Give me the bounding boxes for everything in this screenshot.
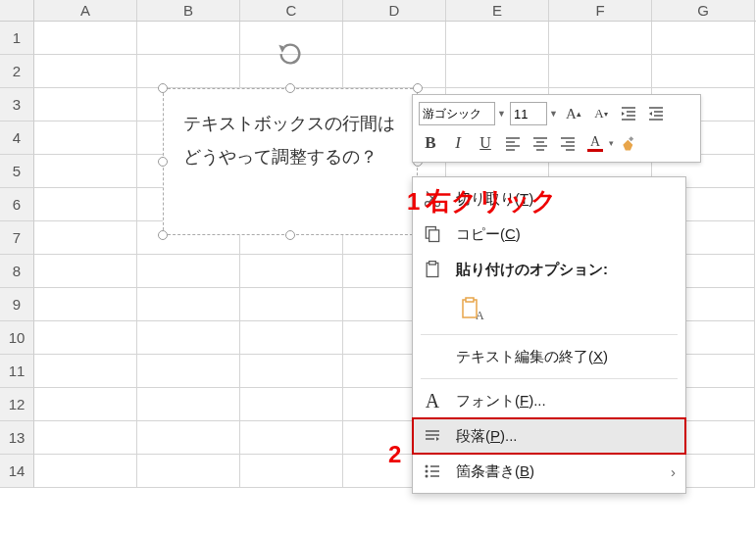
- chevron-down-icon[interactable]: ▼: [549, 109, 558, 119]
- cell[interactable]: [343, 22, 446, 55]
- row-header[interactable]: 5: [0, 155, 34, 188]
- svg-rect-5: [429, 262, 436, 265]
- resize-handle[interactable]: [285, 83, 295, 93]
- mini-toolbar: ▼ ▼ A▴ A▾ B I U A ▾: [412, 94, 701, 163]
- format-painter-icon[interactable]: [618, 131, 641, 155]
- cell[interactable]: [34, 388, 137, 421]
- cell[interactable]: [34, 22, 137, 55]
- cell[interactable]: [34, 55, 137, 88]
- cell[interactable]: [549, 55, 652, 88]
- font-size-input[interactable]: [510, 102, 547, 125]
- cell[interactable]: [34, 155, 137, 188]
- menu-bullets[interactable]: 箇条書き(B) ›: [413, 454, 685, 489]
- bullets-icon: [421, 460, 444, 483]
- col-header[interactable]: C: [240, 0, 343, 21]
- row-header[interactable]: 4: [0, 121, 34, 155]
- cell[interactable]: [34, 255, 137, 288]
- resize-handle[interactable]: [413, 83, 423, 93]
- menu-exit-text-edit[interactable]: テキスト編集の終了(X): [413, 339, 685, 374]
- textbox-content: テキストボックスの行間はどうやって調整するの？: [183, 114, 395, 167]
- decrease-indent-icon[interactable]: [617, 102, 640, 125]
- cell[interactable]: [240, 355, 343, 388]
- cell[interactable]: [240, 421, 343, 455]
- cell[interactable]: [240, 255, 343, 288]
- col-header[interactable]: A: [34, 0, 137, 21]
- cell[interactable]: [34, 288, 137, 321]
- row-header[interactable]: 3: [0, 88, 34, 121]
- cell[interactable]: [240, 321, 343, 355]
- cell[interactable]: [34, 188, 137, 221]
- row-header[interactable]: 1: [0, 22, 34, 55]
- font-color-button[interactable]: A: [583, 131, 607, 155]
- cell[interactable]: [137, 388, 240, 421]
- cell[interactable]: [137, 55, 240, 88]
- cell[interactable]: [446, 22, 549, 55]
- cell[interactable]: [446, 55, 549, 88]
- row-header[interactable]: 2: [0, 55, 34, 88]
- col-header[interactable]: F: [549, 0, 652, 21]
- italic-button[interactable]: I: [446, 131, 470, 155]
- font-icon: A: [421, 389, 444, 412]
- cell[interactable]: [34, 421, 137, 455]
- cell[interactable]: [137, 22, 240, 55]
- align-center-icon[interactable]: [529, 131, 552, 155]
- row-header[interactable]: 11: [0, 355, 34, 388]
- align-right-icon[interactable]: [556, 131, 580, 155]
- row-header[interactable]: 10: [0, 321, 34, 355]
- cell[interactable]: [652, 55, 755, 88]
- cell[interactable]: [240, 288, 343, 321]
- cell[interactable]: [34, 455, 137, 488]
- chevron-down-icon[interactable]: ▾: [609, 138, 614, 148]
- text-box[interactable]: テキストボックスの行間はどうやって調整するの？: [163, 88, 418, 235]
- chevron-right-icon: ›: [671, 463, 676, 480]
- cell[interactable]: [34, 321, 137, 355]
- cell[interactable]: [549, 22, 652, 55]
- row-header[interactable]: 9: [0, 288, 34, 321]
- resize-handle[interactable]: [285, 230, 295, 240]
- cell[interactable]: [34, 88, 137, 121]
- cell[interactable]: [34, 221, 137, 255]
- increase-font-icon[interactable]: A▴: [562, 102, 585, 125]
- decrease-font-icon[interactable]: A▾: [589, 102, 613, 125]
- cell[interactable]: [652, 22, 755, 55]
- menu-copy[interactable]: コピー(C): [413, 217, 685, 252]
- paste-keep-text-button[interactable]: A: [456, 292, 489, 325]
- resize-handle[interactable]: [158, 230, 168, 240]
- resize-handle[interactable]: [158, 157, 168, 167]
- col-header[interactable]: G: [652, 0, 755, 21]
- cell[interactable]: [137, 355, 240, 388]
- row-header[interactable]: 6: [0, 188, 34, 221]
- font-name-input[interactable]: [419, 102, 495, 125]
- menu-paragraph[interactable]: 段落(P)...: [413, 418, 685, 454]
- cell[interactable]: [240, 388, 343, 421]
- cell[interactable]: [137, 455, 240, 488]
- increase-indent-icon[interactable]: [644, 102, 668, 125]
- col-header[interactable]: D: [343, 0, 446, 21]
- menu-font[interactable]: A フォント(F)...: [413, 383, 685, 418]
- resize-handle[interactable]: [158, 83, 168, 93]
- col-header[interactable]: E: [446, 0, 549, 21]
- rotate-handle[interactable]: [277, 40, 304, 68]
- row-header[interactable]: 12: [0, 388, 34, 421]
- cell[interactable]: [137, 321, 240, 355]
- align-left-icon[interactable]: [501, 131, 525, 155]
- cell[interactable]: [343, 55, 446, 88]
- menu-separator: [421, 378, 678, 379]
- cell[interactable]: [137, 255, 240, 288]
- row-header[interactable]: 14: [0, 455, 34, 488]
- cell[interactable]: [137, 288, 240, 321]
- bold-button[interactable]: B: [419, 131, 442, 155]
- cell[interactable]: [34, 355, 137, 388]
- cell[interactable]: [137, 421, 240, 455]
- row-header[interactable]: 13: [0, 421, 34, 455]
- cell[interactable]: [34, 121, 137, 155]
- grid-corner[interactable]: [0, 0, 34, 21]
- row-header[interactable]: 7: [0, 221, 34, 255]
- row-header[interactable]: 8: [0, 255, 34, 288]
- annotation-2: 2: [388, 441, 401, 468]
- chevron-down-icon[interactable]: ▼: [497, 109, 506, 119]
- menu-label: 箇条書き(B): [456, 462, 534, 481]
- col-header[interactable]: B: [137, 0, 240, 21]
- cell[interactable]: [240, 455, 343, 488]
- underline-button[interactable]: U: [474, 131, 497, 155]
